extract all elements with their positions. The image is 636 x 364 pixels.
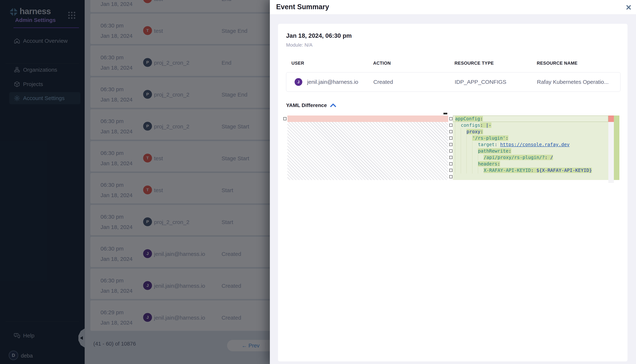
diff-added-line [453,174,608,180]
diff-line-marker [449,150,453,152]
event-table-header: USER ACTION RESOURCE TYPE RESOURCE NAME [286,60,620,66]
diff-empty-area [287,122,448,180]
diff-line-marker [449,117,453,120]
diff-line-marker [449,124,453,127]
column-resource-name: RESOURCE NAME [537,60,620,66]
column-user: USER [286,60,373,66]
diff-line-marker [449,136,453,140]
diff-added-line: /api/proxy/rs-plugin/?: / [453,154,608,161]
diff-line-marker [449,162,453,166]
column-action: ACTION [373,60,455,66]
diff-old-pane [287,116,448,180]
event-summary-drawer: Event Summary Jan 18, 2024, 06:30 pm Mod… [270,0,636,364]
diff-added-line: pathRewrite: [453,148,608,154]
drawer-title: Event Summary [276,3,329,11]
yaml-difference-section: YAML Difference [286,102,627,108]
event-resource-type-value: IDP_APP_CONFIGS [455,79,537,85]
event-summary-card: Jan 18, 2024, 06:30 pm Module: N/A USER … [278,24,627,362]
diff-overview-added [614,116,619,180]
diff-overview-track[interactable] [608,116,614,183]
diff-added-line: configs: |- [453,122,608,128]
diff-added-line: appConfig: [453,116,608,122]
diff-removed-line [287,116,448,122]
diff-line-marker [449,130,453,133]
diff-line-marker [449,175,453,178]
diff-new-gutter [449,116,453,180]
drawer-header: Event Summary [270,0,636,14]
diff-line-marker [449,169,453,172]
diff-line-marker [449,156,453,159]
column-resource-type: RESOURCE TYPE [455,60,537,66]
event-action-value: Created [373,79,455,85]
diff-line-marker [283,117,286,120]
diff-new-pane: appConfig:configs: |-proxy:'/rs-plugin':… [453,116,608,180]
diff-scroll-marker [444,113,447,114]
close-icon[interactable] [625,4,632,11]
event-resource-name-value: Rafay Kubernetes Operatio... [537,79,620,85]
event-module: Module: N/A [286,42,627,48]
diff-added-line: proxy: [453,128,608,135]
event-user-avatar: J [295,78,302,86]
diff-added-line: headers: [453,161,608,167]
yaml-difference-label: YAML Difference [286,102,327,108]
chevron-up-icon[interactable] [330,103,336,108]
yaml-diff-viewer: appConfig:configs: |-proxy:'/rs-plugin':… [283,116,619,183]
diff-added-line: '/rs-plugin': [453,135,608,141]
diff-overview-removed [608,116,614,122]
event-user-email: jenil.jain@harness.io [307,79,358,85]
diff-line-marker [449,143,453,146]
event-datetime: Jan 18, 2024, 06:30 pm [286,32,627,39]
diff-added-line: X-RAFAY-API-KEYID: ${X-RAFAY-API-KEYID} [453,167,608,174]
diff-added-line: target: https://console.rafay.dev [453,141,608,148]
event-detail-row: J jenil.jain@harness.io Created IDP_APP_… [286,72,620,92]
